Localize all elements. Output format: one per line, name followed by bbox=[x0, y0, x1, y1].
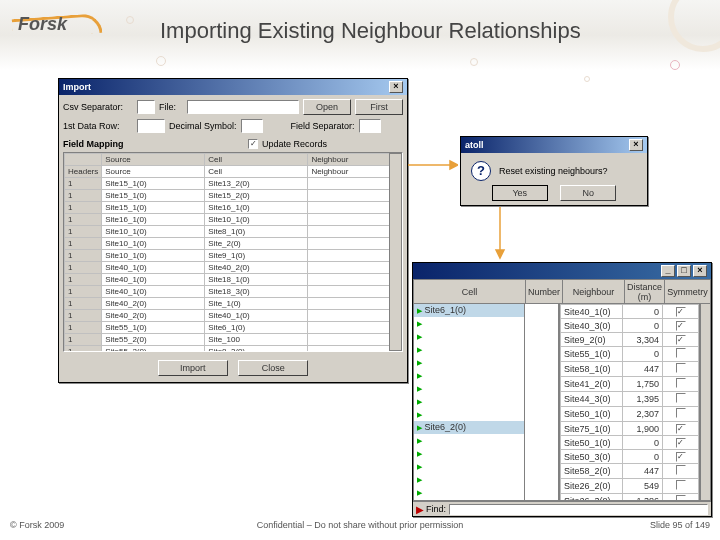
close-button[interactable]: Close bbox=[238, 360, 308, 376]
slide-title: Importing Existing Neighbour Relationshi… bbox=[160, 18, 581, 44]
mapping-label: Field Mapping bbox=[63, 139, 248, 149]
import-title-text: Import bbox=[63, 82, 387, 92]
number-column bbox=[525, 303, 559, 501]
col-cell[interactable]: Cell bbox=[414, 280, 526, 305]
neighbour-details: Site40_1(0)0✓Site40_3(0)0✓Site9_2(0)3,30… bbox=[559, 303, 700, 501]
decor-dot bbox=[126, 16, 134, 24]
close-icon[interactable]: × bbox=[629, 139, 643, 151]
maximize-icon[interactable]: □ bbox=[677, 265, 691, 277]
firstdata-label: 1st Data Row: bbox=[63, 121, 133, 131]
update-label: Update Records bbox=[262, 139, 327, 149]
question-icon: ? bbox=[471, 161, 491, 181]
slide-footer: © Forsk 2009 Confidential – Do not share… bbox=[0, 520, 720, 534]
decimal-input[interactable] bbox=[241, 119, 263, 133]
import-titlebar[interactable]: Import × bbox=[59, 79, 407, 95]
import-button[interactable]: Import bbox=[158, 360, 228, 376]
confirm-title-text: atoll bbox=[465, 140, 627, 150]
svg-marker-1 bbox=[496, 250, 504, 258]
cell-listbox[interactable]: ▶ Site6_1(0)▶ ▶ ▶ ▶ ▶ ▶ ▶ ▶ ▶ Site6_2(0)… bbox=[413, 303, 525, 501]
mapping-grid-wrapper: SourceCellNeighbour HeadersSourceCellNei… bbox=[63, 152, 403, 352]
first-button[interactable]: First bbox=[355, 99, 403, 115]
col-neighbour[interactable]: Neighbour bbox=[563, 280, 625, 305]
decor-dot bbox=[670, 60, 680, 70]
csv-separator-label: Csv Separator: bbox=[63, 102, 133, 112]
decor-dot bbox=[584, 76, 590, 82]
decor-dot bbox=[470, 58, 478, 66]
find-input[interactable] bbox=[449, 504, 708, 515]
fieldsep-input[interactable] bbox=[359, 119, 381, 133]
neighbours-titlebar[interactable]: _ □ × bbox=[413, 263, 711, 279]
confidential-text: Confidential – Do not share without prio… bbox=[0, 520, 720, 530]
arrow-1 bbox=[408, 150, 458, 180]
neighbours-window: _ □ × Cell Number Neighbour Distance (m)… bbox=[412, 262, 712, 517]
csv-separator-input[interactable] bbox=[137, 100, 155, 114]
import-window: Import × Csv Separator: File: Open First… bbox=[58, 78, 408, 383]
col-number[interactable]: Number bbox=[526, 280, 563, 305]
vertical-scrollbar[interactable] bbox=[700, 303, 711, 501]
file-label: File: bbox=[159, 102, 183, 112]
update-checkbox[interactable]: ✓ bbox=[248, 139, 258, 149]
svg-marker-0 bbox=[450, 161, 458, 169]
col-symmetry[interactable]: Symmetry bbox=[665, 280, 711, 305]
find-label: Find: bbox=[426, 504, 446, 514]
confirm-titlebar[interactable]: atoll × bbox=[461, 137, 647, 153]
decimal-label: Decimal Symbol: bbox=[169, 121, 237, 131]
neighbours-title-text bbox=[417, 266, 659, 276]
decor-dot bbox=[156, 56, 166, 66]
yes-button[interactable]: Yes bbox=[492, 185, 548, 201]
no-button[interactable]: No bbox=[560, 185, 616, 201]
vertical-scrollbar[interactable] bbox=[389, 153, 402, 351]
file-input[interactable] bbox=[187, 100, 299, 114]
open-button[interactable]: Open bbox=[303, 99, 351, 115]
close-icon[interactable]: × bbox=[693, 265, 707, 277]
mapping-grid[interactable]: SourceCellNeighbour HeadersSourceCellNei… bbox=[64, 153, 402, 352]
confirm-dialog: atoll × ? Reset existing neighbours? Yes… bbox=[460, 136, 648, 206]
neighbours-table: Cell Number Neighbour Distance (m) Symme… bbox=[413, 279, 711, 305]
fieldsep-label: Field Separator: bbox=[291, 121, 355, 131]
minimize-icon[interactable]: _ bbox=[661, 265, 675, 277]
forsk-logo: Forsk bbox=[12, 8, 107, 40]
close-icon[interactable]: × bbox=[389, 81, 403, 93]
col-distance[interactable]: Distance (m) bbox=[625, 280, 665, 305]
confirm-message: Reset existing neighbours? bbox=[499, 166, 608, 176]
page-number: Slide 95 of 149 bbox=[650, 520, 710, 530]
firstdata-input[interactable] bbox=[137, 119, 165, 133]
record-nav-icon[interactable]: ▶ bbox=[416, 504, 424, 515]
